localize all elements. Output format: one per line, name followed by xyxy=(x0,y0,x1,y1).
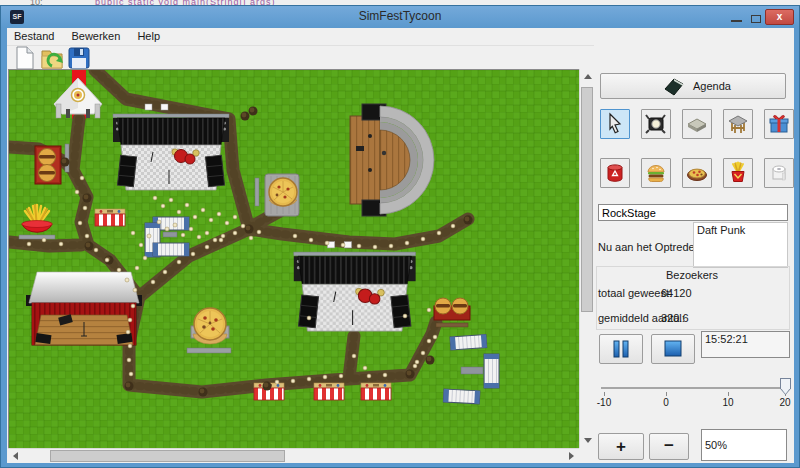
barn-stage[interactable] xyxy=(26,272,142,345)
window-title: SimFestTycoon xyxy=(1,6,799,27)
visitors-header: Bezoekers xyxy=(594,269,790,281)
pizza-icon xyxy=(685,161,709,185)
map-vertical-scrollbar[interactable] xyxy=(579,69,594,448)
agenda-button[interactable]: Agenda xyxy=(600,73,786,99)
client-area: Bestand Bewerken Help xyxy=(7,28,794,463)
slider-tick-10: 10 xyxy=(713,397,743,408)
slider-thumb[interactable] xyxy=(780,378,791,395)
h-scroll-thumb[interactable] xyxy=(50,450,285,462)
clock-value: 15:52:21 xyxy=(705,333,748,345)
desktop: 10: public static void main(String[] arg… xyxy=(0,0,800,468)
striped-stall-4[interactable] xyxy=(361,383,391,400)
tool-stage-light[interactable] xyxy=(641,109,671,139)
close-button[interactable]: x xyxy=(765,9,794,25)
stage-scaffold-icon xyxy=(726,112,750,136)
scrollbar-corner xyxy=(579,448,594,463)
scroll-left-icon[interactable] xyxy=(13,452,18,460)
tool-gift[interactable] xyxy=(764,109,794,139)
zoom-level-box: 50% xyxy=(701,429,787,461)
side-panel: Agenda xyxy=(594,28,794,463)
now-playing-box: Daft Punk xyxy=(693,222,788,268)
fries-icon xyxy=(726,161,750,185)
now-playing-label: Nu aan het Optreden: xyxy=(598,241,704,253)
burger-icon xyxy=(644,161,668,185)
tool-path-tile[interactable] xyxy=(682,109,712,139)
open-file-icon[interactable] xyxy=(40,45,64,71)
maximize-button[interactable] xyxy=(751,15,761,23)
scroll-right-icon[interactable] xyxy=(569,452,574,460)
stop-icon xyxy=(664,340,682,358)
clock-display: 15:52:21 xyxy=(701,331,790,358)
scroll-down-icon[interactable] xyxy=(584,438,592,443)
v-scroll-thumb[interactable] xyxy=(581,87,593,312)
striped-stall-3[interactable] xyxy=(314,383,344,400)
zoom-level-value: 50% xyxy=(705,439,727,451)
agenda-book-icon xyxy=(663,77,685,97)
new-file-icon[interactable] xyxy=(13,45,37,71)
main-stage-south[interactable] xyxy=(294,242,416,331)
zoom-out-button[interactable]: − xyxy=(649,433,689,460)
app-window: SF SimFestTycoon x Bestand Bewerken Help xyxy=(0,5,800,468)
cursor-icon xyxy=(603,112,627,136)
path-tile-icon xyxy=(685,112,709,136)
map-horizontal-scrollbar[interactable] xyxy=(8,448,579,463)
menu-bestand[interactable]: Bestand xyxy=(7,28,61,44)
zoom-in-label: + xyxy=(616,437,626,456)
festival-map[interactable] xyxy=(8,69,579,448)
gift-icon xyxy=(767,112,791,136)
tool-trash-bin[interactable] xyxy=(600,158,630,188)
main-stage-north[interactable] xyxy=(113,104,229,190)
slider-tick-min: -10 xyxy=(589,397,619,408)
slider-track[interactable] xyxy=(601,387,787,389)
pause-button[interactable] xyxy=(599,334,643,364)
tool-pizza-stand[interactable] xyxy=(682,158,712,188)
title-bar[interactable]: SF SimFestTycoon x xyxy=(1,6,799,28)
average-visitors-value: 320.6 xyxy=(661,312,689,324)
tool-stage-scaffold[interactable] xyxy=(723,109,753,139)
save-file-icon[interactable] xyxy=(67,45,91,71)
scroll-up-icon[interactable] xyxy=(584,74,592,79)
stage-name-input[interactable] xyxy=(598,204,788,221)
tool-burger-stand[interactable] xyxy=(641,158,671,188)
minimize-button[interactable] xyxy=(731,20,742,22)
slider-tick-0: 0 xyxy=(651,397,681,408)
total-visitors-value: 64120 xyxy=(661,287,692,299)
stage-light-icon xyxy=(644,112,668,136)
agenda-label: Agenda xyxy=(693,80,731,92)
now-playing-value: Daft Punk xyxy=(697,224,745,236)
tool-select-cursor[interactable] xyxy=(600,109,630,139)
toilet-roll-icon xyxy=(767,161,791,185)
menu-help[interactable]: Help xyxy=(130,28,167,44)
pause-icon xyxy=(611,340,631,358)
zoom-in-button[interactable]: + xyxy=(598,433,644,460)
stop-button[interactable] xyxy=(651,334,695,364)
striped-stall-1[interactable] xyxy=(95,209,125,226)
menu-bewerken[interactable]: Bewerken xyxy=(64,28,127,44)
slider-tick-max: 20 xyxy=(770,397,800,408)
tool-fries-stand[interactable] xyxy=(723,158,753,188)
tool-toilet[interactable] xyxy=(764,158,794,188)
trash-bin-icon xyxy=(603,161,627,185)
zoom-out-label: − xyxy=(664,436,674,455)
speed-slider[interactable]: -10 0 10 20 xyxy=(594,373,794,413)
